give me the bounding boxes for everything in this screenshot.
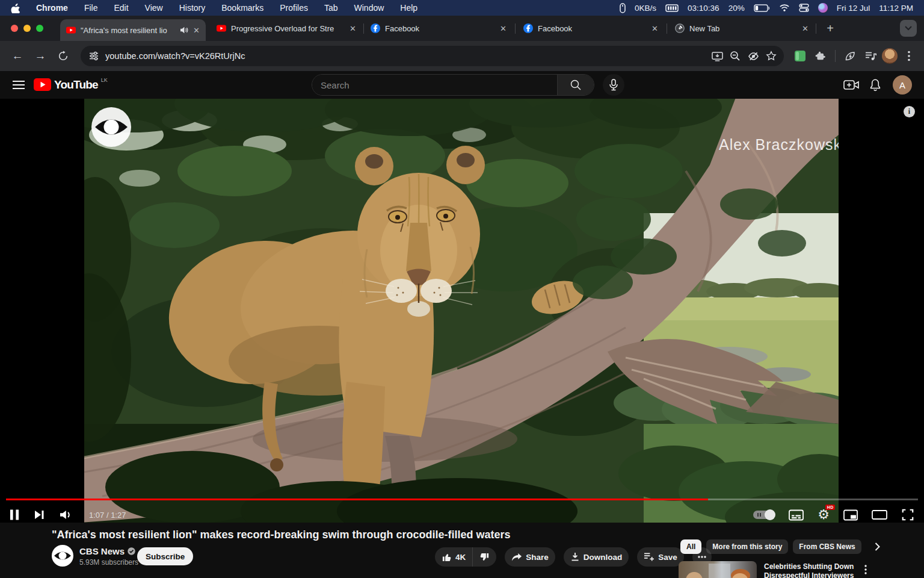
tab-search-button[interactable] xyxy=(900,20,917,37)
tab-new-tab[interactable]: New Tab ✕ xyxy=(669,16,815,41)
timer-battery-icon[interactable] xyxy=(665,4,679,12)
chips-overflow-chevron-icon[interactable] xyxy=(875,542,880,551)
search-input[interactable] xyxy=(312,75,557,95)
minimize-window-button[interactable] xyxy=(23,25,31,32)
theater-mode-icon[interactable] xyxy=(872,509,887,520)
like-button[interactable]: 4K xyxy=(435,552,472,562)
related-video-thumbnail[interactable]: are you stupid? xyxy=(679,561,757,578)
timer-readout[interactable]: 03:10:36 xyxy=(688,4,719,13)
menubar-date[interactable]: Fri 12 Jul xyxy=(837,4,870,13)
autoplay-toggle[interactable] xyxy=(753,511,775,519)
tab-close-icon[interactable]: ✕ xyxy=(350,25,356,33)
settings-gear-icon[interactable]: ⚙ HD xyxy=(818,508,830,521)
chrome-menu-kebab-icon[interactable] xyxy=(900,47,918,65)
dislike-button[interactable] xyxy=(473,552,496,562)
reload-button[interactable] xyxy=(53,46,73,66)
fullscreen-icon[interactable] xyxy=(901,508,914,521)
tab-facebook-1[interactable]: Facebook ✕ xyxy=(365,16,513,41)
volume-icon[interactable] xyxy=(60,510,72,520)
siri-icon[interactable] xyxy=(818,3,828,13)
mouse-battery-icon[interactable] xyxy=(620,3,626,13)
menubar-item-file[interactable]: File xyxy=(84,3,98,13)
menubar-item-history[interactable]: History xyxy=(179,3,206,13)
menubar-item-profiles[interactable]: Profiles xyxy=(280,3,308,13)
address-bar[interactable]: youtube.com/watch?v=vK26RtUrjNc xyxy=(81,46,784,66)
performance-leaf-icon[interactable] xyxy=(841,47,859,65)
search-icon xyxy=(570,79,582,91)
battery-percent[interactable]: 20% xyxy=(728,4,745,13)
related-video-menu-icon[interactable] xyxy=(864,565,867,574)
progress-bar[interactable] xyxy=(6,499,918,500)
miniplayer-icon[interactable] xyxy=(843,509,858,521)
chip-all[interactable]: All xyxy=(680,539,701,554)
creator-watermark: Alex Braczkowski xyxy=(719,136,839,153)
facebook-favicon xyxy=(523,23,533,33)
related-video-title[interactable]: Celebrities Shutting Down Disrespectful … xyxy=(764,562,854,578)
menubar-time[interactable]: 11:12 PM xyxy=(879,4,913,13)
media-queue-icon[interactable] xyxy=(861,47,879,65)
bookmark-star-icon[interactable] xyxy=(762,47,780,65)
create-video-icon[interactable] xyxy=(843,77,859,93)
zoom-window-button[interactable] xyxy=(36,25,43,32)
subscribe-button[interactable]: Subscribe xyxy=(137,547,193,565)
video-frame[interactable]: Alex Braczkowski xyxy=(84,99,839,523)
menubar-item-edit[interactable]: Edit xyxy=(114,3,128,13)
control-center-icon[interactable] xyxy=(799,4,809,12)
tab-youtube-progressive-overload[interactable]: Progressive Overload for Stre ✕ xyxy=(211,16,362,41)
zoom-out-icon[interactable] xyxy=(726,47,744,65)
new-tab-button[interactable]: + xyxy=(823,21,837,36)
apple-logo-icon[interactable] xyxy=(11,3,20,13)
share-button[interactable]: Share xyxy=(505,547,555,567)
info-button[interactable]: i xyxy=(904,106,915,117)
network-rate[interactable]: 0KB/s xyxy=(635,4,656,13)
tab-facebook-2[interactable]: Facebook ✕ xyxy=(517,16,664,41)
menubar-item-help[interactable]: Help xyxy=(400,3,417,13)
notifications-bell-icon[interactable] xyxy=(867,77,883,93)
menubar-item-chrome[interactable]: Chrome xyxy=(36,3,68,13)
subtitles-cc-icon[interactable] xyxy=(789,509,804,521)
tab-close-icon[interactable]: ✕ xyxy=(193,26,200,34)
guide-hamburger-icon[interactable] xyxy=(11,77,26,93)
forward-button[interactable]: → xyxy=(30,46,51,66)
extension-green-icon[interactable] xyxy=(791,47,809,65)
youtube-logo[interactable]: YouTube LK xyxy=(34,78,108,92)
menubar-item-tab[interactable]: Tab xyxy=(324,3,338,13)
tab-audio-icon[interactable] xyxy=(180,26,188,34)
account-avatar[interactable]: A xyxy=(893,75,912,95)
menubar-item-bookmarks[interactable]: Bookmarks xyxy=(221,3,263,13)
tab-close-icon[interactable]: ✕ xyxy=(651,25,658,33)
menubar-item-view[interactable]: View xyxy=(145,3,163,13)
profile-avatar[interactable] xyxy=(882,48,898,64)
chip-more-from-story[interactable]: More from this story xyxy=(706,539,788,554)
extensions-puzzle-icon[interactable] xyxy=(812,47,830,65)
facebook-favicon xyxy=(371,23,380,33)
next-button[interactable] xyxy=(34,509,45,520)
subscriber-count: 5.93M subscribers xyxy=(79,558,138,567)
window-controls xyxy=(11,25,43,32)
channel-name[interactable]: CBS News xyxy=(79,546,135,556)
tab-close-icon[interactable]: ✕ xyxy=(500,25,507,33)
install-app-icon[interactable] xyxy=(708,47,726,65)
site-settings-icon[interactable] xyxy=(89,51,99,61)
reading-mode-hidden-eye-icon[interactable] xyxy=(744,47,762,65)
thumbs-up-icon xyxy=(442,552,452,562)
url-text[interactable]: youtube.com/watch?v=vK26RtUrjNc xyxy=(105,51,708,61)
save-button[interactable]: Save xyxy=(637,547,684,567)
save-label: Save xyxy=(658,553,677,562)
channel-avatar[interactable] xyxy=(52,545,73,567)
download-button[interactable]: Download xyxy=(564,547,629,567)
battery-icon[interactable] xyxy=(754,4,770,12)
chip-from-cbs-news[interactable]: From CBS News xyxy=(793,539,861,554)
tab-close-icon[interactable]: ✕ xyxy=(802,25,808,33)
tab-divider xyxy=(816,23,816,34)
pause-button[interactable] xyxy=(10,509,19,520)
wifi-icon[interactable] xyxy=(779,4,790,12)
close-window-button[interactable] xyxy=(11,25,18,32)
menubar-item-window[interactable]: Window xyxy=(354,3,384,13)
search-button[interactable] xyxy=(557,75,594,95)
tab-youtube-lion-video[interactable]: "Africa's most resilient lio ✕ xyxy=(60,19,206,41)
chevron-down-icon xyxy=(905,26,912,31)
voice-search-button[interactable] xyxy=(603,74,624,96)
back-button[interactable]: ← xyxy=(7,46,28,66)
video-title: "Africa's most resilient lion" makes rec… xyxy=(52,529,511,541)
